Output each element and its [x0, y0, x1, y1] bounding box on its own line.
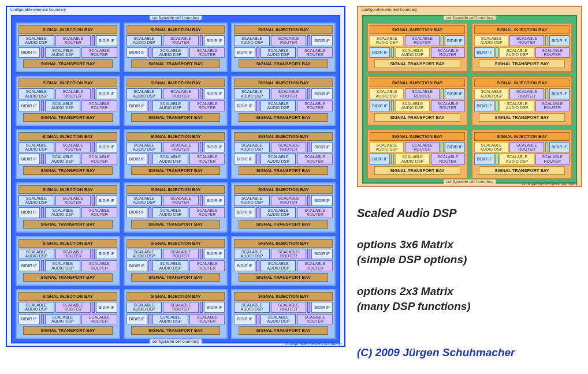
bidir-if: BIDIR IF: [234, 47, 255, 58]
signal-injection-bay: SIGNAL INJECTION BAY: [370, 25, 465, 34]
dsp-unit: SIGNAL INJECTION BAY SCALABLE AUDIO DSP …: [16, 23, 120, 72]
scalable-audio-dsp: SCALABLE AUDIO DSP: [260, 207, 296, 218]
scalable-router: SCALABLE ROUTER: [55, 249, 91, 260]
pipe: [307, 88, 310, 99]
pipe: [148, 154, 151, 164]
scalable-router: SCALABLE ROUTER: [81, 47, 117, 58]
scalable-router: SCALABLE ROUTER: [431, 47, 465, 58]
signal-transport-bay: SIGNAL TRANSPORT BAY: [239, 166, 328, 175]
option-2: options 2x3 Matrix (many DSP functions): [357, 284, 582, 313]
pipe: [496, 47, 498, 58]
bidir-if: BIDIR IF: [445, 88, 465, 99]
pipe: [256, 207, 259, 218]
signal-transport-bay: SIGNAL TRANSPORT BAY: [239, 113, 328, 122]
scalable-router: SCALABLE ROUTER: [163, 142, 199, 153]
signal-injection-bay: SIGNAL INJECTION BAY: [474, 25, 570, 34]
scalable-audio-dsp: SCALABLE AUDIO DSP: [45, 154, 81, 164]
scalable-router: SCALABLE ROUTER: [297, 154, 333, 164]
scalable-router: SCALABLE ROUTER: [81, 100, 117, 111]
scalable-audio-dsp: SCALABLE AUDIO DSP: [18, 142, 54, 153]
scalable-router: SCALABLE ROUTER: [297, 260, 333, 271]
signal-transport-bay: SIGNAL TRANSPORT BAY: [131, 220, 221, 229]
dsp-unit: SIGNAL INJECTION BAY SCALABLE AUDIO DSP …: [231, 236, 336, 286]
signal-transport-bay: SIGNAL TRANSPORT BAY: [131, 59, 221, 68]
pipe: [92, 142, 95, 153]
bidir-if: BIDIR IF: [370, 100, 390, 111]
signal-transport-bay: SIGNAL TRANSPORT BAY: [239, 273, 328, 282]
scalable-router: SCALABLE ROUTER: [271, 35, 307, 46]
option-2-line2: (many DSP functions): [357, 299, 582, 314]
scalable-router: SCALABLE ROUTER: [431, 100, 465, 111]
scalable-router: SCALABLE ROUTER: [271, 142, 307, 153]
scalable-router: SCALABLE ROUTER: [405, 142, 439, 153]
signal-injection-bay: SIGNAL INJECTION BAY: [18, 239, 117, 248]
scalable-router: SCALABLE ROUTER: [55, 302, 91, 313]
pipe: [148, 47, 151, 58]
signal-injection-bay: SIGNAL INJECTION BAY: [234, 185, 333, 194]
pipe: [256, 260, 259, 271]
scalable-audio-dsp: SCALABLE AUDIO DSP: [126, 88, 162, 99]
pipe: [200, 249, 203, 260]
dsp-unit: SIGNAL INJECTION BAY SCALABLE AUDIO DSP …: [16, 76, 120, 125]
dsp-unit: SIGNAL INJECTION BAY SCALABLE AUDIO DSP …: [16, 182, 120, 232]
pipe: [256, 100, 259, 111]
signal-injection-bay: SIGNAL INJECTION BAY: [234, 239, 333, 248]
signal-injection-bay: SIGNAL INJECTION BAY: [18, 78, 117, 87]
pipe: [307, 249, 310, 260]
scalable-audio-dsp: SCALABLE AUDIO DSP: [45, 207, 81, 218]
dsp-unit: SIGNAL INJECTION BAY SCALABLE AUDIO DSP …: [367, 23, 468, 72]
scalable-audio-dsp: SCALABLE AUDIO DSP: [395, 47, 429, 58]
scalable-audio-dsp: SCALABLE AUDIO DSP: [260, 314, 296, 325]
bidir-if: BIDIR IF: [204, 142, 225, 153]
pipe: [441, 35, 444, 46]
scalable-router: SCALABLE ROUTER: [271, 88, 307, 99]
bidir-if: BIDIR IF: [96, 142, 117, 153]
scalable-router: SCALABLE ROUTER: [535, 154, 570, 164]
scalable-router: SCALABLE ROUTER: [55, 142, 91, 153]
signal-transport-bay: SIGNAL TRANSPORT BAY: [131, 113, 221, 122]
pipe: [391, 154, 394, 164]
scalable-router: SCALABLE ROUTER: [189, 260, 225, 271]
bidir-if: BIDIR IF: [234, 100, 255, 111]
dsp-unit: SIGNAL INJECTION BAY SCALABLE AUDIO DSP …: [16, 129, 120, 179]
bidir-if: BIDIR IF: [370, 154, 390, 164]
pipe: [441, 88, 444, 99]
option-1: options 3x6 Matrix (simple DSP options): [357, 237, 582, 267]
signal-transport-bay: SIGNAL TRANSPORT BAY: [23, 166, 113, 175]
signal-transport-bay: SIGNAL TRANSPORT BAY: [239, 59, 328, 68]
signal-injection-bay: SIGNAL INJECTION BAY: [126, 132, 225, 141]
scalable-audio-dsp: SCALABLE AUDIO DSP: [260, 47, 296, 58]
scalable-router: SCALABLE ROUTER: [163, 35, 199, 46]
scalable-router: SCALABLE ROUTER: [189, 100, 225, 111]
pipe: [200, 302, 203, 313]
dsp-unit: SIGNAL INJECTION BAY SCALABLE AUDIO DSP …: [124, 23, 228, 72]
signal-injection-bay: SIGNAL INJECTION BAY: [126, 239, 225, 248]
signal-injection-bay: SIGNAL INJECTION BAY: [234, 78, 333, 87]
bidir-if: BIDIR IF: [311, 249, 333, 260]
pipe: [545, 142, 548, 153]
dsp-unit: SIGNAL INJECTION BAY SCALABLE AUDIO DSP …: [16, 236, 120, 286]
pipe: [148, 207, 151, 218]
bidir-if: BIDIR IF: [445, 142, 465, 153]
bidir-if: BIDIR IF: [474, 47, 494, 58]
bidir-if: BIDIR IF: [18, 100, 40, 111]
scalable-router: SCALABLE ROUTER: [431, 154, 465, 164]
dsp-unit: SIGNAL INJECTION BAY SCALABLE AUDIO DSP …: [16, 289, 120, 339]
pipe: [441, 142, 444, 153]
right-matrix-grid: SIGNAL INJECTION BAY SCALABLE AUDIO DSP …: [365, 18, 574, 181]
bidir-if: BIDIR IF: [18, 207, 40, 218]
dsp-unit: SIGNAL INJECTION BAY SCALABLE AUDIO DSP …: [231, 129, 336, 179]
scalable-router: SCALABLE ROUTER: [189, 207, 225, 218]
scalable-audio-dsp: SCALABLE AUDIO DSP: [45, 314, 81, 325]
pipe: [256, 154, 259, 164]
dsp-unit: SIGNAL INJECTION BAY SCALABLE AUDIO DSP …: [231, 23, 336, 72]
bidir-if: BIDIR IF: [204, 249, 225, 260]
scalable-audio-dsp: SCALABLE AUDIO DSP: [45, 100, 81, 111]
bidir-if: BIDIR IF: [370, 47, 390, 58]
signal-transport-bay: SIGNAL TRANSPORT BAY: [23, 59, 113, 68]
bidir-if: BIDIR IF: [204, 302, 225, 313]
pipe: [41, 260, 44, 271]
scalable-router: SCALABLE ROUTER: [297, 100, 333, 111]
elem-boundary-label: configurable element boundary: [10, 8, 66, 12]
pipe: [200, 195, 203, 206]
